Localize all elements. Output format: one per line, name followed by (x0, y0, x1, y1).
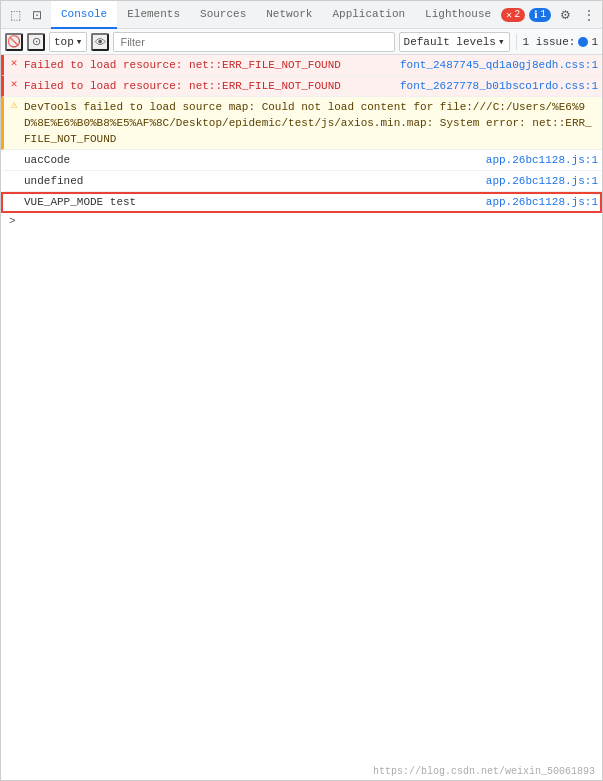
console-row: ⚠DevTools failed to load source map: Cou… (1, 97, 602, 150)
prompt-arrow: > (9, 215, 16, 227)
console-row: ✕Failed to load resource: net::ERR_FILE_… (1, 76, 602, 97)
context-label: top (54, 36, 74, 48)
divider (516, 34, 517, 50)
error-badge: ✕ 2 (501, 8, 525, 22)
source-link[interactable]: font_2627778_b01bsco1rdo.css:1 (400, 78, 598, 94)
issues-count: 1 (591, 36, 598, 48)
tab-bar: ⬚ ⊡ ConsoleElementsSourcesNetworkApplica… (1, 1, 602, 29)
info-icon: ℹ (534, 9, 538, 21)
context-dropdown-arrow: ▾ (76, 35, 83, 48)
tab-network[interactable]: Network (256, 1, 322, 29)
source-link[interactable]: app.26bc1128.js:1 (486, 173, 598, 189)
info-icon (8, 173, 20, 185)
error-count: 2 (514, 9, 520, 20)
source-link[interactable]: app.26bc1128.js:1 (486, 152, 598, 168)
tab-application[interactable]: Application (322, 1, 415, 29)
info-count: 1 (540, 9, 546, 20)
settings-icon[interactable]: ⚙ (555, 5, 575, 25)
console-toolbar: 🚫 ⊙ top ▾ 👁 Default levels ▾ 1 issue: 1 (1, 29, 602, 55)
tab-right-controls: ✕ 2 ℹ 1 ⚙ ⋮ (501, 5, 599, 25)
preserve-log-icon[interactable]: ⊙ (27, 33, 45, 51)
default-levels-label: Default levels (404, 36, 496, 48)
issues-indicator: 1 issue: 1 (523, 36, 598, 48)
error-icon: ✕ (8, 57, 20, 69)
tab-console[interactable]: Console (51, 1, 117, 29)
console-message: VUE_APP_MODE test (24, 194, 478, 210)
context-select[interactable]: top ▾ (49, 32, 87, 52)
default-levels-select[interactable]: Default levels ▾ (399, 32, 510, 52)
error-icon: ✕ (8, 78, 20, 90)
issue-dot-icon (578, 37, 588, 47)
error-icon: ✕ (506, 9, 512, 21)
console-row: uacCodeapp.26bc1128.js:1 (1, 150, 602, 171)
issues-label: 1 issue: (523, 36, 576, 48)
tabs: ConsoleElementsSourcesNetworkApplication… (51, 1, 501, 29)
console-content: ✕Failed to load resource: net::ERR_FILE_… (1, 55, 602, 781)
clear-console-icon[interactable]: 🚫 (5, 33, 23, 51)
eye-icon[interactable]: 👁 (91, 33, 109, 51)
inspect-icon[interactable]: ⬚ (5, 5, 25, 25)
console-row: VUE_APP_MODE testapp.26bc1128.js:1 (1, 192, 602, 213)
console-message: undefined (24, 173, 478, 189)
info-badge: ℹ 1 (529, 8, 551, 22)
watermark: https://blog.csdn.net/weixin_50061893 (373, 766, 595, 777)
source-link[interactable]: font_2487745_qd1a0gj8edh.css:1 (400, 57, 598, 73)
console-message: Failed to load resource: net::ERR_FILE_N… (24, 57, 392, 73)
info-icon (8, 194, 20, 206)
tab-sources[interactable]: Sources (190, 1, 256, 29)
info-icon (8, 152, 20, 164)
tab-bar-controls: ⬚ ⊡ (5, 5, 47, 25)
tab-elements[interactable]: Elements (117, 1, 190, 29)
warning-icon: ⚠ (8, 99, 20, 111)
console-row: ✕Failed to load resource: net::ERR_FILE_… (1, 55, 602, 76)
console-message: Failed to load resource: net::ERR_FILE_N… (24, 78, 392, 94)
tab-lighthouse[interactable]: Lighthouse (415, 1, 501, 29)
device-toolbar-icon[interactable]: ⊡ (27, 5, 47, 25)
console-message: uacCode (24, 152, 478, 168)
source-link[interactable]: app.26bc1128.js:1 (486, 194, 598, 210)
filter-input[interactable] (113, 32, 394, 52)
console-prompt[interactable]: > (1, 213, 602, 229)
console-message: DevTools failed to load source map: Coul… (24, 99, 598, 147)
more-options-icon[interactable]: ⋮ (579, 5, 599, 25)
levels-dropdown-arrow: ▾ (498, 35, 505, 48)
console-row: undefinedapp.26bc1128.js:1 (1, 171, 602, 192)
